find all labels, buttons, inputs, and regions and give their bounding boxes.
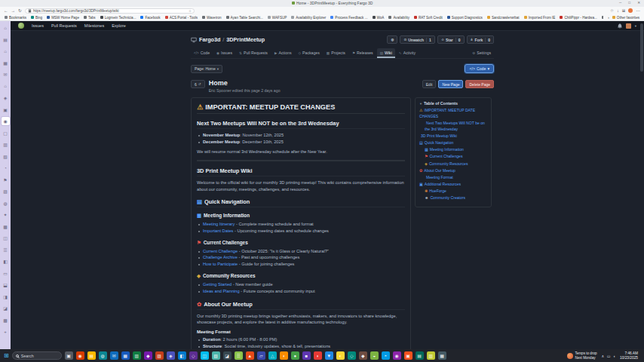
taskbar-app-icon[interactable]: ▣: [404, 351, 412, 360]
fork-count[interactable]: 0: [485, 38, 490, 42]
toc-link[interactable]: Meeting Format: [425, 175, 487, 181]
taskbar-app-icon[interactable]: ◉: [393, 351, 401, 360]
taskbar-app-icon[interactable]: ▤: [87, 351, 96, 360]
repo-tab[interactable]: ◉ Issues: [213, 48, 235, 58]
bookmark-item[interactable]: Wavetron: [202, 16, 222, 20]
vertical-tab[interactable]: ▩: [2, 222, 10, 231]
bookmark-item[interactable]: Bookmarks: [5, 16, 26, 20]
taskbar-app-icon[interactable]: ◍: [99, 351, 107, 360]
watch-count[interactable]: 1: [426, 38, 431, 42]
vertical-tab[interactable]: ✦: [2, 210, 10, 219]
toc-link[interactable]: ❋HueForge: [425, 189, 487, 195]
vertical-tab[interactable]: ✉: [2, 70, 10, 78]
toc-link[interactable]: ▦Meeting Information: [425, 147, 487, 153]
taskbar-app-icon[interactable]: ◆: [359, 351, 367, 360]
taskbar-app-icon[interactable]: ●: [291, 351, 299, 360]
new-page-button[interactable]: New Page: [438, 80, 463, 88]
toc-link[interactable]: Next Two Meetups Will NOT be on the 3rd …: [425, 121, 487, 132]
bookmark-item[interactable]: Ayan Table Searchi...: [226, 16, 263, 20]
taskbar-app-icon[interactable]: ◈: [167, 351, 175, 360]
profile-avatar[interactable]: [628, 8, 633, 13]
repo-tab[interactable]: </> Code: [191, 48, 213, 58]
vertical-tab[interactable]: ◫: [2, 234, 10, 242]
taskbar-app-icon[interactable]: ▧: [212, 351, 220, 360]
bookmark-item[interactable]: How to configure A...: [602, 16, 604, 20]
vertical-tab[interactable]: ⚑: [2, 176, 10, 184]
bookmark-item[interactable]: WAFSUP: [268, 16, 287, 20]
wiki-link[interactable]: How to Participate: [203, 262, 238, 266]
active-tab[interactable]: Home - 3DPrintMeetup - Everything Fargo …: [292, 1, 373, 5]
taskbar-app-icon[interactable]: ▼: [325, 351, 333, 360]
vertical-tab[interactable]: ▥: [2, 140, 10, 149]
wiki-link[interactable]: Important Dates: [203, 229, 233, 233]
bookmark-item[interactable]: Process Feedback ...: [330, 16, 367, 20]
revisions-button[interactable]: 6 ↺: [191, 80, 205, 88]
minimize-button[interactable]: ─: [619, 1, 621, 5]
vertical-tab[interactable]: ▦: [2, 59, 10, 67]
collections-icon[interactable]: ⊞: [622, 8, 626, 13]
page-selector-dropdown[interactable]: Page: Home ▾: [191, 65, 222, 73]
site-nav-item[interactable]: Pull Requests: [51, 23, 77, 28]
taskbar-app-icon[interactable]: △: [268, 351, 277, 360]
vertical-tab[interactable]: ▤: [2, 35, 10, 44]
vertical-tab[interactable]: +: [2, 327, 10, 336]
toc-link[interactable]: ▣Additional Resources: [419, 182, 487, 188]
vertical-tab[interactable]: ▧: [2, 152, 10, 161]
back-button[interactable]: ←: [4, 8, 8, 13]
refresh-button[interactable]: ↻: [18, 8, 22, 13]
vertical-tab[interactable]: ⌂: [2, 82, 10, 90]
bookmark-item[interactable]: WoA: [373, 16, 385, 20]
vertical-tab[interactable]: ◉: [2, 117, 10, 125]
bookmark-item[interactable]: Tabs: [84, 16, 96, 20]
taskbar-app-icon[interactable]: ◓: [382, 351, 390, 360]
taskbar-app-icon[interactable]: ▨: [155, 351, 164, 360]
toc-link[interactable]: 3D Print Meetup Wiki: [419, 133, 487, 140]
taskbar-search[interactable]: Search: [12, 351, 62, 360]
vertical-tab[interactable]: ▩: [2, 316, 10, 324]
vertical-tab[interactable]: ◈: [2, 94, 10, 102]
start-button[interactable]: ⊞: [4, 353, 9, 359]
vertical-tab[interactable]: ◍: [2, 199, 10, 207]
vertical-tab[interactable]: ☰: [2, 246, 10, 254]
vertical-tab[interactable]: ▣: [2, 106, 10, 114]
collapse-caret-icon[interactable]: ▼: [419, 102, 422, 106]
toc-link[interactable]: ✿About Our Meetup: [419, 168, 487, 174]
taskbar-app-icon[interactable]: ▥: [133, 351, 141, 360]
tray-icon[interactable]: ▭: [607, 354, 611, 358]
notifications-bell-icon[interactable]: [618, 23, 622, 29]
chevron-down-icon[interactable]: ▾: [635, 24, 636, 28]
bookmark-item[interactable]: Support Diagnostics: [447, 16, 483, 20]
taskbar-app-icon[interactable]: ■: [302, 351, 311, 360]
delete-page-button[interactable]: Delete Page: [465, 80, 494, 88]
bookmark-item[interactable]: Sandcrawlerwrbat: [487, 16, 520, 20]
tray-icon[interactable]: ◖: [613, 354, 615, 358]
bookmark-item[interactable]: ACS Portal - Tools: [165, 16, 198, 20]
taskbar-app-icon[interactable]: ◐: [336, 351, 345, 360]
star-button[interactable]: ☆ Star 0: [437, 35, 465, 44]
vertical-tab[interactable]: ⌂: [2, 23, 10, 32]
rss-feed-button[interactable]: ◍: [387, 35, 397, 44]
scrollbar-thumb[interactable]: [640, 23, 643, 72]
vertical-tab[interactable]: ◔: [2, 164, 10, 172]
address-bar[interactable]: https://meetup.fargo3d.com/fargo3d/3DPri…: [25, 8, 195, 14]
taskbar-app-icon[interactable]: ▲: [246, 351, 254, 360]
bookmark-item[interactable]: MSW Home Page: [47, 16, 79, 20]
taskbar-app-icon[interactable]: ◖: [280, 351, 288, 360]
vertical-tab[interactable]: ◧: [2, 257, 10, 265]
fork-button[interactable]: ⋔ Fork 0: [467, 35, 494, 44]
taskbar-app-icon[interactable]: ◫: [201, 351, 209, 360]
repo-name-link[interactable]: 3DPrintMeetup: [226, 36, 265, 43]
wiki-link[interactable]: Meeting Itinerary: [203, 222, 235, 226]
vertical-tab[interactable]: ▭: [2, 269, 10, 278]
forward-button[interactable]: →: [11, 8, 16, 13]
bookmark-item[interactable]: RAT Soft Credit: [414, 16, 443, 20]
repo-tab[interactable]: ⚑ Releases: [349, 48, 376, 58]
bookmark-item[interactable]: Availability Explorer: [291, 16, 326, 20]
taskbar-app-icon[interactable]: ◉: [76, 351, 84, 360]
site-nav-item[interactable]: Issues: [32, 23, 44, 28]
taskbar-app-icon[interactable]: ▥: [427, 351, 435, 360]
close-button[interactable]: ✕: [637, 1, 640, 5]
wiki-link[interactable]: Ideas and Planning: [203, 289, 240, 293]
vertical-tab[interactable]: ◨: [2, 293, 10, 301]
vertical-tab[interactable]: ⬓: [2, 281, 10, 289]
